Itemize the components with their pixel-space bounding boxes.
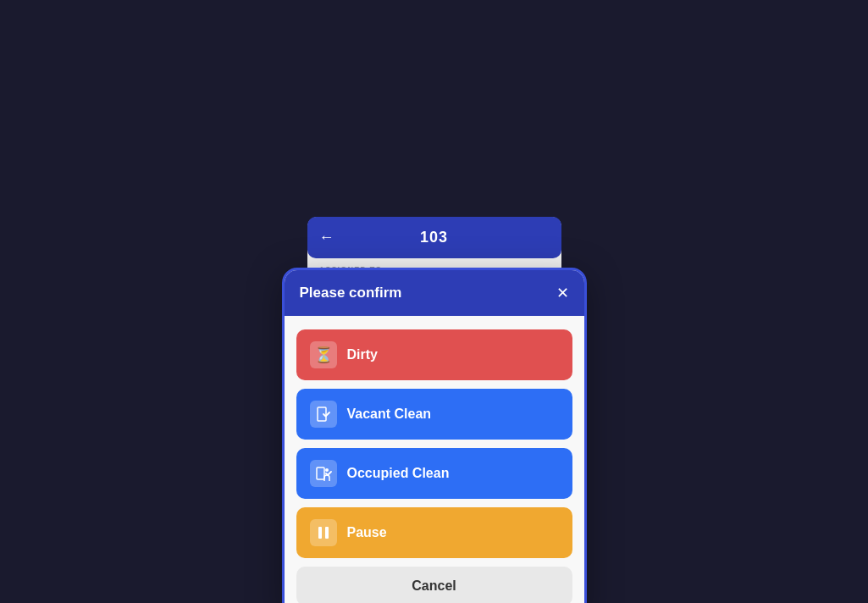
occupied-clean-icon-box (310, 460, 337, 487)
cancel-label: Cancel (310, 578, 559, 594)
cancel-button[interactable]: Cancel (296, 567, 572, 604)
vacant-clean-label: Vacant Clean (347, 407, 559, 422)
modal-overlay: Please confirm ✕ ⏳ Dirty (282, 268, 587, 604)
svg-rect-5 (325, 527, 329, 539)
room-number: 103 (420, 229, 448, 246)
hourglass-icon: ⏳ (314, 346, 333, 364)
vacant-clean-icon-box (310, 401, 337, 428)
modal-close-button[interactable]: ✕ (556, 284, 569, 302)
dirty-button[interactable]: ⏳ Dirty (296, 329, 572, 380)
app-container: ← 103 ASSIGNED TO Ana Yonceva ↻ (299, 217, 570, 387)
confirm-modal: Please confirm ✕ ⏳ Dirty (282, 268, 587, 604)
back-button[interactable]: ← (319, 229, 334, 246)
pause-button[interactable]: Pause (296, 507, 572, 558)
modal-header: Please confirm ✕ (285, 270, 584, 316)
pause-icon-box (310, 519, 337, 546)
occupied-clean-button[interactable]: Occupied Clean (296, 448, 572, 499)
dirty-label: Dirty (347, 347, 559, 362)
svg-rect-4 (318, 527, 322, 539)
modal-body: ⏳ Dirty Vacant Clean (285, 316, 584, 604)
vacant-clean-button[interactable]: Vacant Clean (296, 389, 572, 440)
svg-rect-2 (317, 467, 324, 479)
svg-point-3 (325, 468, 329, 472)
pause-label: Pause (347, 525, 559, 540)
header-bar: ← 103 (307, 217, 561, 258)
svg-rect-1 (318, 407, 326, 421)
modal-title: Please confirm (300, 285, 402, 302)
dirty-icon-box: ⏳ (310, 341, 337, 368)
pause-icon (316, 525, 331, 540)
occupied-clean-label: Occupied Clean (347, 466, 559, 481)
person-door-icon (315, 465, 332, 482)
door-check-icon (315, 406, 332, 423)
